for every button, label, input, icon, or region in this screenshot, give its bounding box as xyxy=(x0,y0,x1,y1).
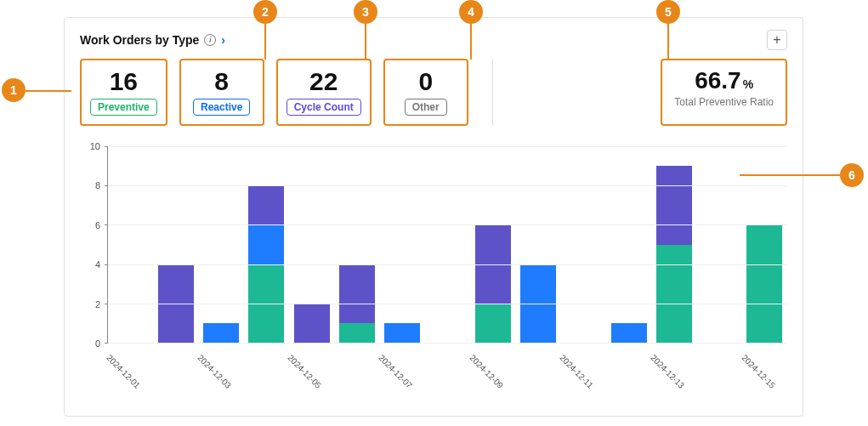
stacked-bar[interactable] xyxy=(656,146,692,343)
callout-5: 5 xyxy=(656,0,680,24)
y-tick-label: 0 xyxy=(95,338,100,349)
x-slot: 2024-12-03 xyxy=(198,344,243,384)
bar-segment-cycle-count xyxy=(294,304,330,343)
x-slot: 2024-12-05 xyxy=(288,344,333,384)
x-slot xyxy=(152,344,197,384)
info-icon[interactable]: i xyxy=(204,34,216,46)
bar-segment-preventive xyxy=(746,224,782,343)
panel-title-wrap: Work Orders by Type i › xyxy=(80,33,225,47)
bar-slot xyxy=(244,146,289,343)
x-tick-label: 2024-12-15 xyxy=(740,353,777,390)
bar-slot xyxy=(199,146,244,343)
x-slot xyxy=(515,344,560,384)
bars-container xyxy=(108,146,787,343)
ratio-value: 66.7% xyxy=(695,67,753,94)
x-tick-label: 2024-12-09 xyxy=(468,353,505,390)
y-axis: 0246810 xyxy=(80,146,104,344)
bar-slot xyxy=(334,146,379,343)
callout-6: 6 xyxy=(840,163,864,187)
bar-segment-preventive xyxy=(475,304,511,343)
x-slot xyxy=(696,344,741,384)
stacked-bar[interactable] xyxy=(203,146,239,343)
chevron-right-icon[interactable]: › xyxy=(221,33,225,47)
x-slot: 2024-12-15 xyxy=(742,344,787,384)
x-tick-label: 2024-12-01 xyxy=(105,353,142,390)
bar-slot xyxy=(380,146,425,343)
bar-slot xyxy=(696,146,741,343)
bar-segment-reactive xyxy=(611,323,647,343)
callout-4: 4 xyxy=(459,0,483,24)
callout-line xyxy=(470,24,472,60)
add-button[interactable]: + xyxy=(767,30,787,50)
card-other[interactable]: 0 Other xyxy=(383,59,468,126)
card-tag: Reactive xyxy=(193,99,250,116)
bar-segment-cycle-count xyxy=(656,166,692,244)
chart: 0246810 2024-12-012024-12-032024-12-0520… xyxy=(80,146,787,384)
bar-segment-reactive xyxy=(248,224,284,264)
grid-line xyxy=(108,304,787,304)
y-tick-mark xyxy=(105,304,108,304)
vertical-divider xyxy=(492,59,493,126)
bar-slot xyxy=(515,146,560,343)
card-preventive-ratio[interactable]: 66.7% Total Preventive Ratio xyxy=(661,59,787,126)
card-value: 22 xyxy=(309,67,338,95)
card-tag: Preventive xyxy=(90,99,157,116)
x-slot xyxy=(606,344,651,384)
x-tick-label: 2024-12-03 xyxy=(196,353,233,390)
callout-2: 2 xyxy=(253,0,277,24)
y-tick-label: 8 xyxy=(95,180,100,190)
callout-line xyxy=(365,24,366,60)
x-axis: 2024-12-012024-12-032024-12-052024-12-07… xyxy=(107,344,787,384)
x-slot: 2024-12-09 xyxy=(470,344,515,384)
y-tick-label: 10 xyxy=(90,141,100,151)
card-tag: Other xyxy=(405,99,447,116)
bar-slot xyxy=(651,146,696,343)
stacked-bar[interactable] xyxy=(611,146,647,343)
stacked-bar[interactable] xyxy=(294,146,330,343)
x-slot xyxy=(424,344,469,384)
card-cycle-count[interactable]: 22 Cycle Count xyxy=(276,59,372,126)
bar-segment-cycle-count xyxy=(339,264,375,323)
bar-segment-cycle-count xyxy=(248,185,284,224)
stacked-bar[interactable] xyxy=(113,146,149,343)
plot-area xyxy=(107,146,787,344)
summary-cards: 16 Preventive 8 Reactive 22 Cycle Count … xyxy=(80,59,787,126)
stacked-bar[interactable] xyxy=(565,146,601,343)
y-tick-mark xyxy=(105,185,108,186)
card-tag: Cycle Count xyxy=(286,99,361,116)
x-slot xyxy=(334,344,379,384)
grid-line xyxy=(108,224,787,225)
x-tick-label: 2024-12-13 xyxy=(649,353,686,390)
stacked-bar[interactable] xyxy=(339,146,375,343)
bar-segment-preventive xyxy=(656,245,692,344)
card-reactive[interactable]: 8 Reactive xyxy=(179,59,264,126)
stacked-bar[interactable] xyxy=(475,146,511,343)
bar-slot xyxy=(606,146,651,343)
grid-line xyxy=(108,264,787,265)
x-tick-label: 2024-12-07 xyxy=(377,353,414,390)
y-tick-label: 6 xyxy=(95,220,100,230)
x-slot: 2024-12-11 xyxy=(560,344,605,384)
work-orders-panel: Work Orders by Type i › + 16 Preventive … xyxy=(64,17,803,417)
callout-line xyxy=(264,24,266,60)
bar-slot xyxy=(425,146,470,343)
bar-segment-preventive xyxy=(339,323,375,343)
y-tick-mark xyxy=(105,224,108,225)
card-preventive[interactable]: 16 Preventive xyxy=(80,59,167,126)
card-value: 0 xyxy=(418,67,433,95)
stacked-bar[interactable] xyxy=(158,146,194,343)
stacked-bar[interactable] xyxy=(384,146,420,343)
bar-segment-reactive xyxy=(203,323,239,343)
x-slot: 2024-12-07 xyxy=(379,344,424,384)
stacked-bar[interactable] xyxy=(429,146,465,343)
bar-slot xyxy=(561,146,606,343)
stacked-bar[interactable] xyxy=(701,146,737,343)
grid-line xyxy=(108,146,787,147)
callout-1: 1 xyxy=(2,78,26,102)
stacked-bar[interactable] xyxy=(520,146,556,343)
x-slot: 2024-12-13 xyxy=(651,344,696,384)
callout-3: 3 xyxy=(354,0,377,24)
grid-line xyxy=(108,185,787,186)
card-value: 8 xyxy=(214,67,229,95)
stacked-bar[interactable] xyxy=(248,146,284,343)
